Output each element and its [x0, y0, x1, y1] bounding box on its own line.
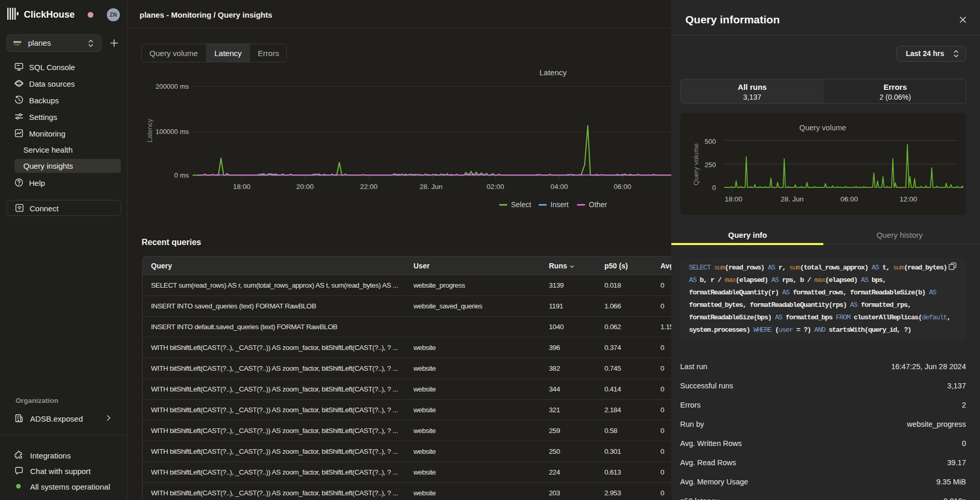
svg-text:aws: aws — [13, 39, 21, 44]
